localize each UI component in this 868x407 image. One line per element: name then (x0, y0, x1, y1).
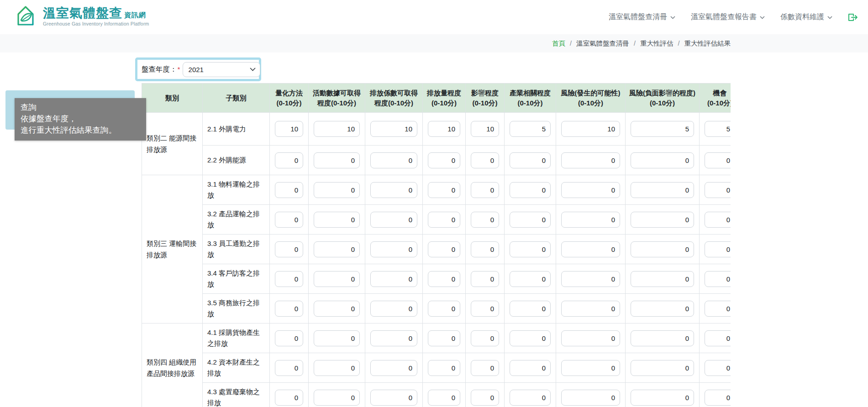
score-input[interactable] (428, 182, 460, 198)
score-input[interactable] (561, 152, 620, 168)
score-input[interactable] (370, 360, 417, 376)
score-input[interactable] (561, 121, 620, 137)
score-input[interactable] (275, 152, 303, 168)
score-input[interactable] (631, 330, 694, 346)
score-input[interactable] (631, 301, 694, 317)
score-input[interactable] (428, 212, 460, 228)
score-input[interactable] (314, 121, 360, 137)
score-input[interactable] (275, 121, 303, 137)
score-input[interactable] (705, 330, 731, 346)
score-input[interactable] (471, 301, 499, 317)
app-logo[interactable]: 溫室氣體盤查資訊網 Greenhouse Gas Inventory Infor… (14, 4, 149, 29)
score-input[interactable] (510, 182, 551, 198)
score-input[interactable] (510, 152, 551, 168)
score-input[interactable] (314, 390, 360, 406)
score-input[interactable] (370, 330, 417, 346)
score-input[interactable] (314, 241, 360, 257)
score-input[interactable] (370, 182, 417, 198)
score-input[interactable] (631, 241, 694, 257)
score-input[interactable] (561, 212, 620, 228)
score-input[interactable] (428, 152, 460, 168)
score-input[interactable] (631, 152, 694, 168)
score-input[interactable] (428, 330, 460, 346)
score-input[interactable] (275, 390, 303, 406)
score-input[interactable] (561, 241, 620, 257)
score-input[interactable] (428, 271, 460, 287)
score-input[interactable] (370, 152, 417, 168)
score-input[interactable] (510, 212, 551, 228)
score-input[interactable] (561, 182, 620, 198)
score-input[interactable] (370, 390, 417, 406)
score-input[interactable] (471, 390, 499, 406)
score-input[interactable] (370, 271, 417, 287)
score-input[interactable] (705, 152, 731, 168)
score-input[interactable] (314, 360, 360, 376)
score-input[interactable] (631, 212, 694, 228)
score-input[interactable] (370, 241, 417, 257)
score-input[interactable] (314, 212, 360, 228)
score-input[interactable] (275, 301, 303, 317)
nav-item-coefficient-maintenance[interactable]: 係數資料維護 (780, 12, 832, 22)
score-input[interactable] (314, 330, 360, 346)
score-input[interactable] (705, 182, 731, 198)
score-input[interactable] (275, 330, 303, 346)
score-input[interactable] (370, 121, 417, 137)
score-input[interactable] (705, 212, 731, 228)
logout-button[interactable] (848, 13, 858, 22)
score-input[interactable] (370, 301, 417, 317)
score-input[interactable] (275, 212, 303, 228)
score-input[interactable] (471, 152, 499, 168)
score-input[interactable] (510, 301, 551, 317)
score-input[interactable] (631, 271, 694, 287)
score-input[interactable] (510, 241, 551, 257)
score-input[interactable] (471, 212, 499, 228)
score-input[interactable] (471, 182, 499, 198)
score-input[interactable] (275, 271, 303, 287)
nav-item-inventory-list[interactable]: 溫室氣體盤查清冊 (609, 12, 675, 22)
score-input[interactable] (471, 271, 499, 287)
score-input[interactable] (428, 390, 460, 406)
year-select[interactable]: 2021 (183, 62, 260, 77)
score-input[interactable] (510, 121, 551, 137)
score-input[interactable] (428, 121, 460, 137)
breadcrumb-item[interactable]: 首頁 (552, 39, 565, 48)
score-input[interactable] (705, 360, 731, 376)
score-input[interactable] (510, 390, 551, 406)
score-input[interactable] (631, 360, 694, 376)
score-input[interactable] (561, 360, 620, 376)
score-input[interactable] (275, 241, 303, 257)
score-input[interactable] (314, 152, 360, 168)
score-input[interactable] (314, 271, 360, 287)
score-input[interactable] (631, 182, 694, 198)
score-cell (626, 113, 700, 146)
score-input[interactable] (275, 360, 303, 376)
score-input[interactable] (510, 360, 551, 376)
score-input[interactable] (314, 301, 360, 317)
score-input[interactable] (428, 360, 460, 376)
score-input[interactable] (471, 330, 499, 346)
score-input[interactable] (631, 390, 694, 406)
score-input[interactable] (471, 360, 499, 376)
score-input[interactable] (370, 212, 417, 228)
score-input[interactable] (631, 121, 694, 137)
score-input[interactable] (705, 121, 731, 137)
score-input[interactable] (471, 121, 499, 137)
score-input[interactable] (561, 330, 620, 346)
score-input[interactable] (705, 271, 731, 287)
score-input[interactable] (705, 301, 731, 317)
score-input[interactable] (428, 241, 460, 257)
table-scroll-area[interactable]: 類別子類別量化方法(0-10分)活動數據可取得程度(0-10分)排放係數可取得程… (142, 83, 731, 407)
score-input[interactable] (561, 301, 620, 317)
score-input[interactable] (471, 241, 499, 257)
score-input[interactable] (510, 330, 551, 346)
score-input[interactable] (428, 301, 460, 317)
score-input[interactable] (314, 182, 360, 198)
score-input[interactable] (561, 271, 620, 287)
score-input[interactable] (705, 390, 731, 406)
score-cell (365, 146, 423, 175)
score-input[interactable] (705, 241, 731, 257)
score-input[interactable] (561, 390, 620, 406)
score-input[interactable] (275, 182, 303, 198)
score-input[interactable] (510, 271, 551, 287)
nav-item-inventory-report[interactable]: 溫室氣體盤查報告書 (691, 12, 765, 22)
